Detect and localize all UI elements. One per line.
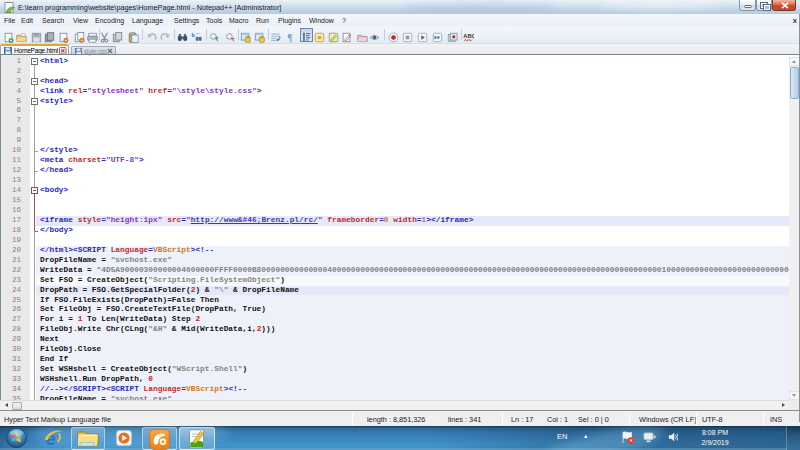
- svg-text:b: b: [191, 32, 195, 38]
- svg-text:ABC: ABC: [463, 33, 474, 39]
- svg-text:¶: ¶: [287, 33, 292, 43]
